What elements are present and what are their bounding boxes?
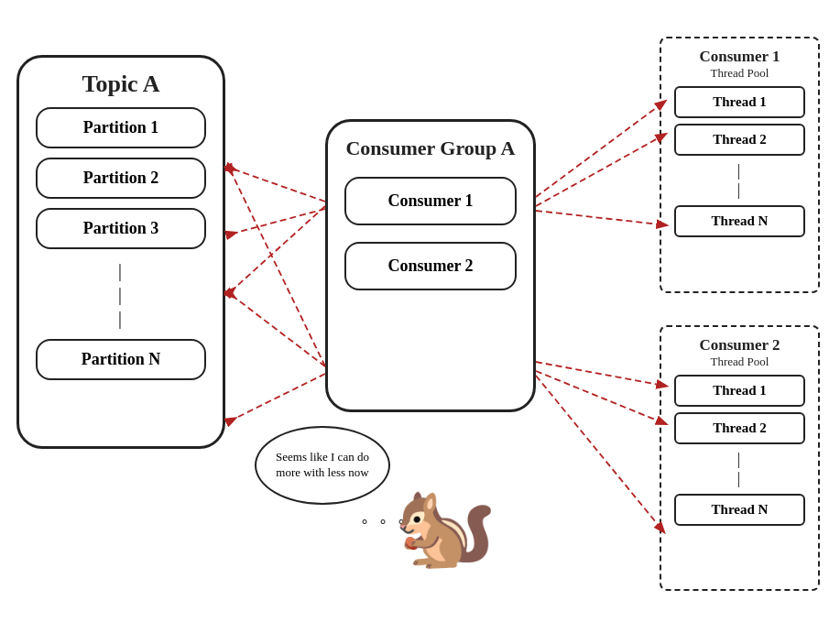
pool-2-title: Consumer 2 [661,336,818,355]
svg-line-10 [536,371,660,421]
partition-ellipsis: ||| [19,258,223,330]
thread-1-2: Thread 2 [674,124,805,156]
partition-n: Partition N [36,339,206,380]
thread-2-n: Thread N [674,494,805,526]
consumer-group-title: Consumer Group A [328,136,533,160]
svg-line-11 [536,376,660,527]
partition-3: Partition 3 [36,208,206,249]
topic-title: Topic A [19,71,223,98]
topic-box: Topic A Partition 1 Partition 2 Partitio… [16,55,225,449]
partition-2: Partition 2 [36,158,206,199]
svg-line-8 [536,211,660,224]
squirrel-image: 🐿️ [394,486,496,568]
partition-1: Partition 1 [36,107,206,148]
svg-line-0 [229,168,325,202]
diagram: Topic A Partition 1 Partition 2 Partitio… [0,0,840,644]
thread-1-1: Thread 1 [674,86,805,118]
svg-line-1 [229,209,325,235]
thread-1-n: Thread N [674,205,805,237]
svg-line-7 [536,137,660,206]
thought-bubble: Seems like I can do more with less now [255,426,390,505]
thread-2-2: Thread 2 [674,412,805,444]
pool-1-subtitle: Thread Pool [661,66,818,81]
svg-line-9 [536,362,660,385]
svg-line-4 [229,206,325,293]
thread-pool-1: Consumer 1 Thread Pool Thread 1 Thread 2… [660,37,820,293]
thread-2-1: Thread 1 [674,375,805,407]
pool-2-subtitle: Thread Pool [661,355,818,369]
consumer-1-box: Consumer 1 [344,177,517,225]
thread-pool-2: Consumer 2 Thread Pool Thread 1 Thread 2… [660,325,820,591]
svg-line-5 [229,168,325,366]
thread-ellipsis-1: || [661,161,818,200]
pool-1-title: Consumer 1 [661,48,818,66]
thread-ellipsis-2: || [661,450,818,488]
svg-line-2 [229,293,325,366]
consumer-group-box: Consumer Group A Consumer 1 Consumer 2 [325,119,536,412]
svg-line-6 [536,105,660,197]
consumer-2-box: Consumer 2 [344,242,517,290]
svg-line-3 [229,374,325,421]
